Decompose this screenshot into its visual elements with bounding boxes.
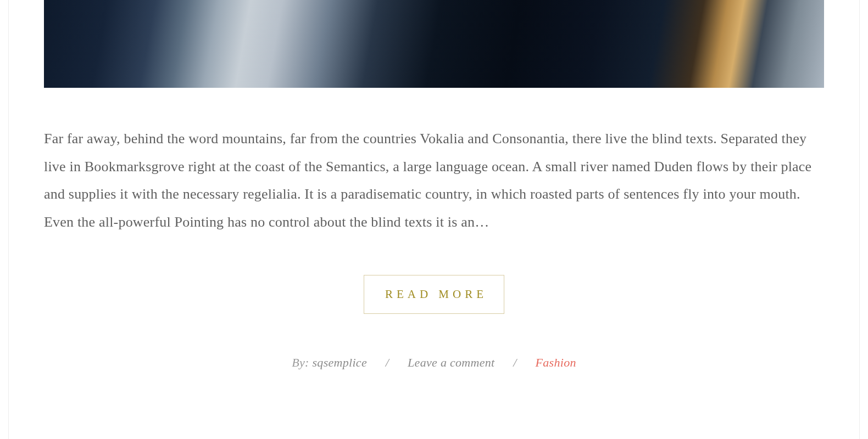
read-more-wrap: READ MORE <box>44 275 824 314</box>
leave-comment-link[interactable]: Leave a comment <box>408 356 494 369</box>
featured-image[interactable] <box>44 0 824 88</box>
read-more-button[interactable]: READ MORE <box>364 275 504 314</box>
meta-separator: / <box>513 356 516 370</box>
page-container: Far far away, behind the word mountains,… <box>8 0 860 439</box>
post-excerpt: Far far away, behind the word mountains,… <box>44 125 824 237</box>
meta-separator: / <box>386 356 389 370</box>
author-link[interactable]: sqsemplice <box>312 356 367 369</box>
category-link[interactable]: Fashion <box>536 356 576 369</box>
post-meta: By: sqsemplice / Leave a comment / Fashi… <box>44 356 824 370</box>
content-wrap: Far far away, behind the word mountains,… <box>9 0 859 370</box>
by-label: By: <box>292 356 312 369</box>
